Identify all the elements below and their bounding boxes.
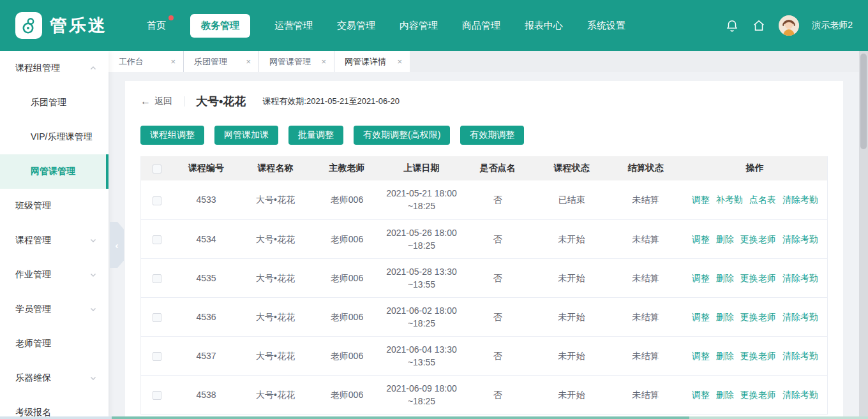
row-action-link[interactable]: 调整 — [692, 234, 710, 244]
row-action-link[interactable]: 补考勤 — [716, 195, 743, 205]
nav-item-1[interactable]: 首页 — [147, 20, 166, 32]
row-action-link[interactable]: 更换老师 — [740, 390, 776, 400]
row-action-link[interactable]: 更换老师 — [740, 273, 776, 283]
nav-item-label: 教务管理 — [201, 20, 239, 31]
row-action-link[interactable]: 清除考勤 — [782, 390, 818, 400]
tab-4[interactable]: 网管课详情× — [334, 51, 410, 72]
table-header-row: 课程编号课程名称主教老师上课日期是否点名课程状态结算状态操作 — [141, 156, 828, 180]
scrollbar-thumb[interactable] — [860, 54, 867, 149]
cell-actions: 调整删除更换老师清除考勤 — [683, 336, 828, 375]
row-action-link[interactable]: 清除考勤 — [782, 312, 818, 322]
nav-item-6[interactable]: 商品管理 — [462, 20, 500, 32]
cell-course-id: 4538 — [173, 375, 240, 414]
row-checkbox-cell — [141, 219, 173, 258]
avatar[interactable] — [779, 15, 799, 36]
tab-3[interactable]: 网管课管理× — [259, 51, 334, 72]
cell-course-name: 大号•花花 — [240, 297, 311, 336]
close-icon[interactable]: × — [237, 57, 251, 66]
bell-icon[interactable] — [725, 18, 739, 33]
select-all-checkbox[interactable] — [153, 165, 161, 173]
toolbar-button-4[interactable]: 有效期调整(高权限) — [354, 126, 450, 145]
row-action-link[interactable]: 清除考勤 — [782, 273, 818, 283]
sidebar-item-5[interactable]: 班级管理 — [0, 189, 108, 223]
back-button[interactable]: ← 返回 — [140, 96, 172, 107]
toolbar-button-5[interactable]: 有效期调整 — [460, 126, 524, 145]
row-action-link[interactable]: 更换老师 — [740, 351, 776, 361]
topbar: 管乐迷 首页教务管理运营管理交易管理内容管理商品管理报表中心系统设置 演示老师2 — [0, 0, 868, 51]
row-action-link[interactable]: 调整 — [692, 351, 710, 361]
sidebar-item-6[interactable]: 课程管理 — [0, 223, 108, 258]
sidebar-item-8[interactable]: 学员管理 — [0, 292, 108, 327]
column-header: 结算状态 — [609, 156, 683, 180]
username[interactable]: 演示老师2 — [812, 20, 853, 31]
sidebar-item-3[interactable]: VIP/乐理课管理 — [0, 120, 108, 154]
row-checkbox[interactable] — [153, 313, 161, 322]
nav-item-4[interactable]: 交易管理 — [337, 20, 375, 32]
row-checkbox[interactable] — [153, 352, 161, 361]
cell-settle-status: 未结算 — [609, 219, 683, 258]
close-icon[interactable]: × — [161, 57, 176, 66]
nav-item-7[interactable]: 报表中心 — [525, 20, 563, 32]
sidebar-item-1[interactable]: 课程组管理 — [0, 51, 108, 85]
tab-label: 工作台 — [119, 56, 144, 68]
scrollbar[interactable] — [859, 51, 868, 419]
row-action-link[interactable]: 点名表 — [749, 195, 776, 205]
row-action-link[interactable]: 删除 — [716, 273, 734, 283]
row-action-link[interactable]: 清除考勤 — [782, 195, 818, 205]
cell-settle-status: 未结算 — [609, 336, 683, 375]
row-action-link[interactable]: 调整 — [692, 390, 710, 400]
row-checkbox[interactable] — [153, 391, 161, 400]
close-icon[interactable]: × — [388, 57, 402, 66]
row-action-link[interactable]: 删除 — [716, 390, 734, 400]
nav-item-8[interactable]: 系统设置 — [587, 20, 625, 32]
nav-item-2[interactable]: 教务管理 — [190, 14, 250, 38]
chevron-down-icon — [89, 374, 97, 382]
row-action-link[interactable]: 调整 — [692, 312, 710, 322]
row-action-link[interactable]: 删除 — [716, 312, 734, 322]
sidebar-item-4[interactable]: 网管课管理 — [0, 154, 108, 189]
sidebar-item-9[interactable]: 老师管理 — [0, 327, 108, 361]
sidebar-item-2[interactable]: 乐团管理 — [0, 85, 108, 120]
nav-item-3[interactable]: 运营管理 — [274, 20, 313, 32]
sidebar-collapse-handle[interactable]: ‹ — [110, 222, 124, 268]
row-action-link[interactable]: 调整 — [692, 195, 710, 205]
row-checkbox[interactable] — [153, 196, 161, 205]
divider — [184, 96, 184, 107]
cell-settle-status: 未结算 — [609, 180, 683, 219]
table-row: 4533大号•花花老师0062021-05-21 18:00~18:25否已结束… — [141, 180, 828, 219]
toolbar-button-2[interactable]: 网管课加课 — [214, 126, 278, 145]
page-title: 大号•花花 — [196, 94, 246, 109]
sidebar-item-label: 乐器维保 — [15, 372, 51, 384]
tab-2[interactable]: 乐团管理× — [184, 51, 259, 72]
cell-teacher: 老师006 — [311, 375, 383, 414]
close-icon[interactable]: × — [312, 57, 326, 66]
toolbar-button-3[interactable]: 批量调整 — [288, 126, 343, 145]
sidebar-item-label: 学员管理 — [15, 304, 51, 315]
sidebar-item-11[interactable]: 考级报名 — [0, 395, 108, 419]
cell-course-name: 大号•花花 — [240, 258, 311, 297]
brand[interactable]: 管乐迷 — [15, 12, 107, 39]
nav-item-label: 报表中心 — [525, 20, 563, 31]
row-checkbox[interactable] — [153, 274, 161, 283]
row-action-link[interactable]: 删除 — [716, 234, 734, 244]
table-row: 4534大号•花花老师0062021-05-26 18:00~18:25否未开始… — [141, 219, 828, 258]
row-checkbox[interactable] — [153, 235, 161, 244]
tab-1[interactable]: 工作台× — [108, 51, 184, 72]
sidebar-item-7[interactable]: 作业管理 — [0, 258, 108, 292]
nav-item-5[interactable]: 内容管理 — [400, 20, 438, 32]
toolbar-button-1[interactable]: 课程组调整 — [140, 126, 204, 145]
main-content: 工作台×乐团管理×网管课管理×网管课详情× ← 返回 大号•花花 课程有效期:2… — [108, 51, 868, 419]
cell-rollcall: 否 — [461, 297, 535, 336]
row-action-link[interactable]: 更换老师 — [740, 312, 776, 322]
row-action-link[interactable]: 清除考勤 — [782, 351, 818, 361]
home-icon[interactable] — [752, 18, 766, 33]
row-action-link[interactable]: 删除 — [716, 351, 734, 361]
course-table: 课程编号课程名称主教老师上课日期是否点名课程状态结算状态操作 4533大号•花花… — [140, 156, 828, 415]
table-head: 课程编号课程名称主教老师上课日期是否点名课程状态结算状态操作 — [141, 156, 828, 180]
row-action-link[interactable]: 清除考勤 — [782, 234, 818, 244]
sidebar-item-10[interactable]: 乐器维保 — [0, 361, 108, 395]
cell-actions: 调整删除更换老师清除考勤 — [683, 219, 828, 258]
sidebar-item-label: 作业管理 — [15, 269, 51, 281]
row-action-link[interactable]: 调整 — [692, 273, 710, 283]
row-action-link[interactable]: 更换老师 — [740, 234, 776, 244]
